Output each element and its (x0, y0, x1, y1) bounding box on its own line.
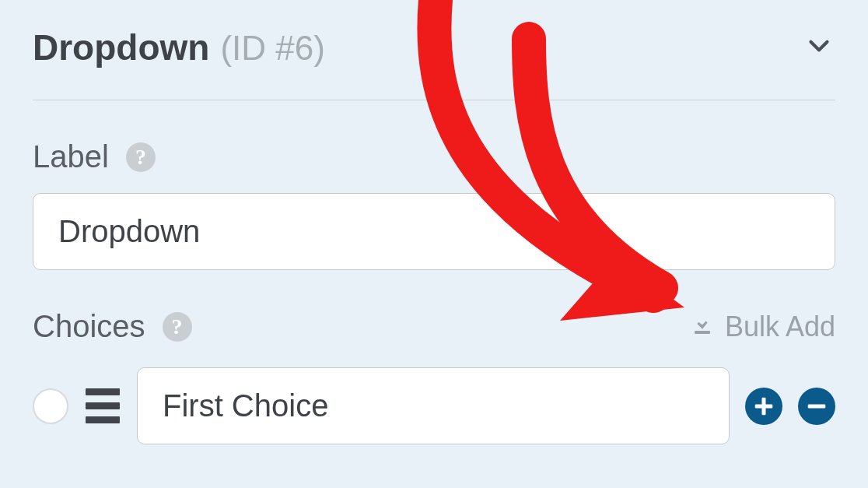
download-icon (689, 310, 716, 343)
choice-row (33, 367, 835, 444)
remove-choice-button[interactable] (798, 388, 835, 425)
svg-rect-3 (808, 404, 826, 408)
svg-rect-0 (695, 331, 710, 334)
svg-rect-2 (755, 404, 773, 408)
help-icon[interactable]: ? (163, 312, 192, 342)
choice-input[interactable] (137, 367, 730, 444)
chevron-down-icon[interactable] (803, 30, 835, 65)
label-section: Label ? (33, 139, 835, 270)
bulk-add-button[interactable]: Bulk Add (689, 310, 835, 343)
field-options-panel: Dropdown (ID #6) Label ? Choices ? (0, 0, 868, 444)
label-input[interactable] (33, 193, 835, 270)
field-type-name: Dropdown (33, 26, 209, 68)
add-choice-button[interactable] (745, 388, 782, 425)
field-header-title: Dropdown (ID #6) (33, 26, 325, 68)
drag-handle-icon[interactable] (84, 388, 121, 423)
bulk-add-label: Bulk Add (725, 311, 835, 343)
help-icon[interactable]: ? (126, 142, 156, 172)
field-id-label: (ID #6) (220, 29, 324, 68)
choices-section: Choices ? Bulk Add (33, 309, 835, 444)
default-choice-radio[interactable] (33, 388, 68, 424)
choices-heading: Choices (33, 309, 145, 344)
field-header[interactable]: Dropdown (ID #6) (33, 0, 835, 100)
label-heading: Label (33, 139, 109, 174)
